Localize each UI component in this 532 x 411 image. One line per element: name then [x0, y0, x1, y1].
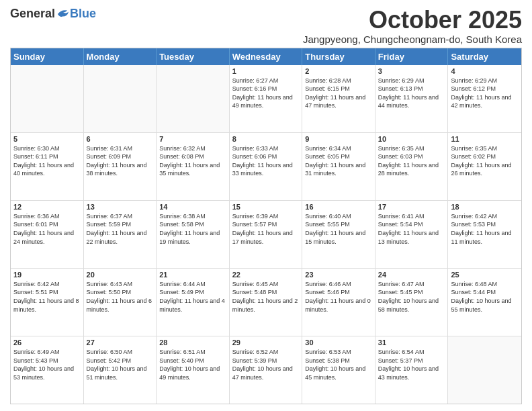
calendar-day-30: 30Sunrise: 6:53 AM Sunset: 5:38 PM Dayli… — [302, 336, 375, 404]
header-saturday: Saturday — [448, 48, 521, 65]
day-info: Sunrise: 6:32 AM Sunset: 6:08 PM Dayligh… — [159, 144, 226, 178]
header: General Blue October 2025 Jangpyeong, Ch… — [10, 7, 522, 45]
calendar-day-16: 16Sunrise: 6:40 AM Sunset: 5:55 PM Dayli… — [302, 201, 375, 268]
month-title: October 2025 — [303, 7, 522, 34]
day-number: 30 — [305, 338, 372, 347]
day-info: Sunrise: 6:27 AM Sunset: 6:16 PM Dayligh… — [232, 77, 300, 110]
day-number: 15 — [232, 203, 300, 211]
calendar-day-20: 20Sunrise: 6:43 AM Sunset: 5:50 PM Dayli… — [84, 269, 157, 336]
day-number: 14 — [159, 203, 226, 211]
day-number: 18 — [451, 203, 519, 211]
day-info: Sunrise: 6:45 AM Sunset: 5:48 PM Dayligh… — [232, 280, 300, 314]
calendar-day-14: 14Sunrise: 6:38 AM Sunset: 5:58 PM Dayli… — [157, 201, 230, 268]
day-number: 9 — [305, 135, 372, 143]
day-info: Sunrise: 6:50 AM Sunset: 5:42 PM Dayligh… — [87, 348, 154, 381]
calendar-day-8: 8Sunrise: 6:33 AM Sunset: 6:06 PM Daylig… — [230, 133, 303, 200]
day-info: Sunrise: 6:37 AM Sunset: 5:59 PM Dayligh… — [87, 212, 154, 246]
day-number: 23 — [305, 271, 372, 279]
day-number: 10 — [378, 135, 445, 143]
day-info: Sunrise: 6:43 AM Sunset: 5:50 PM Dayligh… — [87, 280, 154, 314]
day-info: Sunrise: 6:53 AM Sunset: 5:38 PM Dayligh… — [305, 348, 372, 381]
day-info: Sunrise: 6:40 AM Sunset: 5:55 PM Dayligh… — [305, 212, 372, 246]
day-info: Sunrise: 6:29 AM Sunset: 6:13 PM Dayligh… — [378, 77, 445, 110]
calendar-day-1: 1Sunrise: 6:27 AM Sunset: 6:16 PM Daylig… — [230, 65, 303, 132]
calendar-day-27: 27Sunrise: 6:50 AM Sunset: 5:42 PM Dayli… — [84, 336, 157, 404]
day-info: Sunrise: 6:28 AM Sunset: 6:15 PM Dayligh… — [305, 77, 372, 110]
header-wednesday: Wednesday — [230, 48, 303, 65]
logo-bird-icon — [56, 8, 70, 20]
calendar-cell-empty — [11, 65, 84, 132]
day-number: 3 — [378, 67, 445, 75]
day-number: 4 — [451, 67, 519, 75]
calendar-day-22: 22Sunrise: 6:45 AM Sunset: 5:48 PM Dayli… — [230, 269, 303, 336]
day-info: Sunrise: 6:49 AM Sunset: 5:43 PM Dayligh… — [13, 348, 81, 381]
calendar-day-28: 28Sunrise: 6:51 AM Sunset: 5:40 PM Dayli… — [157, 336, 230, 404]
day-number: 2 — [305, 67, 372, 75]
calendar-day-24: 24Sunrise: 6:47 AM Sunset: 5:45 PM Dayli… — [375, 269, 449, 336]
page: General Blue October 2025 Jangpyeong, Ch… — [0, 0, 532, 411]
day-info: Sunrise: 6:46 AM Sunset: 5:46 PM Dayligh… — [305, 280, 372, 314]
day-info: Sunrise: 6:51 AM Sunset: 5:40 PM Dayligh… — [159, 348, 226, 381]
day-info: Sunrise: 6:42 AM Sunset: 5:51 PM Dayligh… — [13, 280, 81, 314]
calendar-week-5: 26Sunrise: 6:49 AM Sunset: 5:43 PM Dayli… — [11, 336, 521, 404]
day-info: Sunrise: 6:52 AM Sunset: 5:39 PM Dayligh… — [232, 348, 300, 381]
day-number: 31 — [378, 338, 445, 347]
location-title: Jangpyeong, Chungcheongnam-do, South Kor… — [303, 34, 522, 45]
day-info: Sunrise: 6:34 AM Sunset: 6:05 PM Dayligh… — [305, 144, 372, 178]
day-info: Sunrise: 6:47 AM Sunset: 5:45 PM Dayligh… — [378, 280, 445, 314]
calendar-day-19: 19Sunrise: 6:42 AM Sunset: 5:51 PM Dayli… — [11, 269, 84, 336]
calendar-day-9: 9Sunrise: 6:34 AM Sunset: 6:05 PM Daylig… — [302, 133, 375, 200]
calendar-day-18: 18Sunrise: 6:42 AM Sunset: 5:53 PM Dayli… — [448, 201, 521, 268]
day-info: Sunrise: 6:36 AM Sunset: 6:01 PM Dayligh… — [13, 212, 81, 246]
day-number: 22 — [232, 271, 300, 279]
day-info: Sunrise: 6:38 AM Sunset: 5:58 PM Dayligh… — [159, 212, 226, 246]
logo: General Blue — [10, 7, 96, 21]
day-number: 5 — [13, 135, 81, 143]
day-number: 28 — [159, 338, 226, 347]
day-number: 17 — [378, 203, 445, 211]
calendar-day-11: 11Sunrise: 6:35 AM Sunset: 6:02 PM Dayli… — [448, 133, 521, 200]
calendar-cell-empty — [157, 65, 230, 132]
day-info: Sunrise: 6:39 AM Sunset: 5:57 PM Dayligh… — [232, 212, 300, 246]
day-number: 26 — [13, 338, 81, 347]
calendar-week-2: 5Sunrise: 6:30 AM Sunset: 6:11 PM Daylig… — [11, 133, 521, 201]
logo-blue-text: Blue — [70, 7, 96, 21]
calendar-day-3: 3Sunrise: 6:29 AM Sunset: 6:13 PM Daylig… — [375, 65, 449, 132]
day-info: Sunrise: 6:41 AM Sunset: 5:54 PM Dayligh… — [378, 212, 445, 246]
day-number: 25 — [451, 271, 519, 279]
calendar-day-25: 25Sunrise: 6:48 AM Sunset: 5:44 PM Dayli… — [448, 269, 521, 336]
calendar-week-1: 1Sunrise: 6:27 AM Sunset: 6:16 PM Daylig… — [11, 65, 521, 133]
day-number: 16 — [305, 203, 372, 211]
header-thursday: Thursday — [302, 48, 375, 65]
day-info: Sunrise: 6:30 AM Sunset: 6:11 PM Dayligh… — [13, 144, 81, 178]
calendar-day-2: 2Sunrise: 6:28 AM Sunset: 6:15 PM Daylig… — [302, 65, 375, 132]
day-info: Sunrise: 6:33 AM Sunset: 6:06 PM Dayligh… — [232, 144, 300, 178]
calendar-day-6: 6Sunrise: 6:31 AM Sunset: 6:09 PM Daylig… — [84, 133, 157, 200]
day-info: Sunrise: 6:54 AM Sunset: 5:37 PM Dayligh… — [378, 348, 445, 381]
header-sunday: Sunday — [11, 48, 84, 65]
calendar-day-26: 26Sunrise: 6:49 AM Sunset: 5:43 PM Dayli… — [11, 336, 84, 404]
calendar-day-21: 21Sunrise: 6:44 AM Sunset: 5:49 PM Dayli… — [157, 269, 230, 336]
day-number: 7 — [159, 135, 226, 143]
calendar-day-15: 15Sunrise: 6:39 AM Sunset: 5:57 PM Dayli… — [230, 201, 303, 268]
day-number: 29 — [232, 338, 300, 347]
calendar-day-17: 17Sunrise: 6:41 AM Sunset: 5:54 PM Dayli… — [375, 201, 449, 268]
day-number: 13 — [87, 203, 154, 211]
day-number: 8 — [232, 135, 300, 143]
day-number: 1 — [232, 67, 300, 75]
calendar-week-3: 12Sunrise: 6:36 AM Sunset: 6:01 PM Dayli… — [11, 201, 521, 269]
calendar-day-31: 31Sunrise: 6:54 AM Sunset: 5:37 PM Dayli… — [375, 336, 449, 404]
calendar-week-4: 19Sunrise: 6:42 AM Sunset: 5:51 PM Dayli… — [11, 269, 521, 336]
day-number: 6 — [87, 135, 154, 143]
calendar-day-7: 7Sunrise: 6:32 AM Sunset: 6:08 PM Daylig… — [157, 133, 230, 200]
day-number: 27 — [87, 338, 154, 347]
header-tuesday: Tuesday — [157, 48, 230, 65]
day-number: 11 — [451, 135, 519, 143]
calendar-body: 1Sunrise: 6:27 AM Sunset: 6:16 PM Daylig… — [11, 65, 521, 404]
day-info: Sunrise: 6:29 AM Sunset: 6:12 PM Dayligh… — [451, 77, 519, 110]
calendar-day-13: 13Sunrise: 6:37 AM Sunset: 5:59 PM Dayli… — [84, 201, 157, 268]
day-info: Sunrise: 6:48 AM Sunset: 5:44 PM Dayligh… — [451, 280, 519, 314]
logo-general-text: General — [10, 7, 55, 21]
day-number: 12 — [13, 203, 81, 211]
calendar-day-10: 10Sunrise: 6:35 AM Sunset: 6:03 PM Dayli… — [375, 133, 449, 200]
